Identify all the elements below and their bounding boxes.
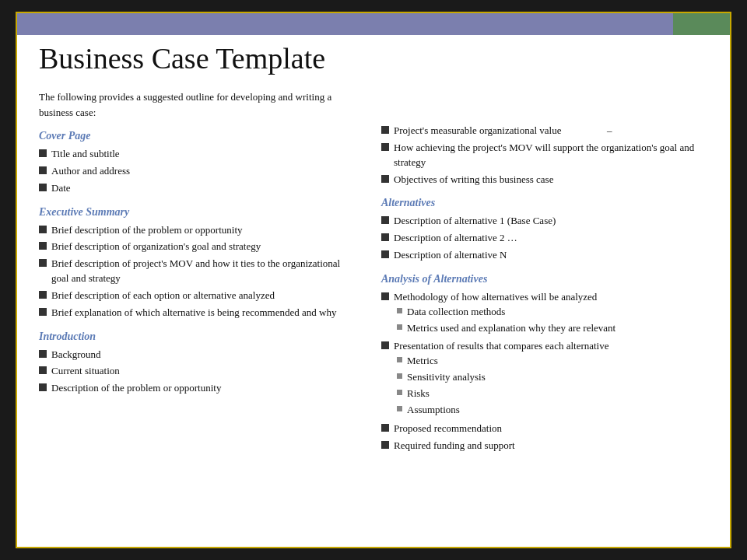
section-title-cover-page: Cover Page — [39, 128, 358, 144]
section-title-introduction: Introduction — [39, 328, 358, 345]
bullet-icon — [39, 242, 47, 250]
item-text: Brief description of project's MOV and h… — [51, 257, 358, 286]
list-item: Required funding and support — [381, 439, 708, 453]
list-item: Proposed recommendation — [381, 422, 708, 436]
bullet-icon — [381, 250, 389, 258]
section-title-executive-summary: Executive Summary — [39, 204, 358, 220]
sub-list-item: Metrics used and explanation why they ar… — [397, 321, 615, 336]
item-text: Description of the problem or opportunit… — [51, 381, 221, 396]
intro-text: The following provides a suggested outli… — [39, 89, 358, 120]
item-text: Objectives of writing this business case — [394, 173, 553, 187]
left-column: The following provides a suggested outli… — [39, 89, 374, 455]
list-item: Author and address — [39, 164, 358, 179]
bullet-icon — [381, 424, 389, 432]
bullet-icon — [381, 341, 389, 349]
slide-content: Business Case Template The following pro… — [17, 13, 730, 547]
bullet-icon — [39, 226, 47, 233]
sub-list-item: Assumptions — [397, 403, 486, 418]
section-cover-page: Cover Page Title and subtitle Author and… — [39, 128, 358, 196]
item-text: Brief explanation of which alternative i… — [51, 306, 336, 320]
introduction-list: Background Current situation Description… — [39, 348, 358, 397]
bullet-icon — [381, 216, 389, 224]
sub-list-item: Metrics — [397, 354, 486, 369]
small-bullet-icon — [397, 390, 402, 395]
bullet-icon — [39, 166, 47, 174]
list-item: Brief description of project's MOV and h… — [39, 257, 358, 286]
item-text: Proposed recommendation — [394, 422, 502, 436]
small-bullet-icon — [397, 357, 402, 362]
item-text: Background — [51, 348, 101, 362]
bullet-icon — [39, 383, 47, 391]
sub-list-item: Sensitivity analysis — [397, 370, 486, 385]
section-analysis-alternatives: Analysis of Alternatives Methodology of … — [381, 271, 708, 419]
sub-list-item: Risks — [397, 387, 486, 401]
two-column-layout: The following provides a suggested outli… — [39, 89, 708, 455]
list-item: Title and subtitle — [39, 147, 358, 162]
bullet-icon — [39, 259, 47, 267]
bullet-icon — [39, 291, 47, 299]
analysis-alternatives-list: Methodology of how alternatives will be … — [381, 290, 708, 419]
small-bullet-icon — [397, 406, 402, 411]
list-item: Methodology of how alternatives will be … — [381, 290, 708, 338]
section-introduction: Introduction Background Current situatio… — [39, 328, 358, 397]
list-item: Current situation — [39, 364, 358, 379]
list-item: Objectives of writing this business case — [381, 173, 708, 187]
list-item: Project's measurable organizational valu… — [381, 124, 708, 138]
list-item: Presentation of results that compares ea… — [381, 339, 708, 418]
small-bullet-icon — [397, 324, 402, 330]
bullet-icon — [381, 175, 389, 183]
item-text: Description of alternative N — [394, 248, 507, 263]
list-item: Background — [39, 348, 358, 362]
executive-summary-list: Brief description of the problem or oppo… — [39, 223, 358, 320]
item-text: Current situation — [51, 364, 120, 379]
list-item: Date — [39, 181, 358, 196]
item-text: Description of alternative 1 (Base Case) — [394, 214, 556, 229]
bullet-icon — [39, 350, 47, 358]
bullet-icon — [381, 233, 389, 241]
list-item: Brief explanation of which alternative i… — [39, 306, 358, 320]
section-final-items: Proposed recommendation Required funding… — [381, 422, 708, 453]
list-item: Description of alternative 1 (Base Case) — [381, 214, 708, 229]
item-text: Metrics — [407, 354, 438, 369]
item-text: Title and subtitle — [51, 147, 120, 162]
list-item: How achieving the project's MOV will sup… — [381, 141, 708, 170]
header-bar — [17, 13, 730, 35]
item-text: Brief description of each option or alte… — [51, 289, 275, 303]
bullet-icon — [39, 184, 47, 191]
right-column: Project's measurable organizational valu… — [374, 89, 708, 455]
item-text: Risks — [407, 387, 430, 401]
bullet-icon — [381, 292, 389, 300]
alternatives-list: Description of alternative 1 (Base Case)… — [381, 214, 708, 263]
bullet-icon — [381, 143, 389, 151]
item-text: Brief description of the problem or oppo… — [51, 223, 243, 238]
bullet-icon — [381, 441, 389, 449]
item-text: Methodology of how alternatives will be … — [394, 290, 597, 305]
list-item: Brief description of each option or alte… — [39, 289, 358, 303]
list-item: Description of alternative 2 … — [381, 231, 708, 246]
list-item: Brief description of organization's goal… — [39, 240, 358, 254]
item-text: Assumptions — [407, 403, 460, 418]
list-item: Description of alternative N — [381, 248, 708, 263]
top-items-list: Project's measurable organizational valu… — [381, 124, 708, 187]
bullet-icon — [381, 126, 389, 134]
results-sub-list: Metrics Sensitivity analysis Risks Assum… — [381, 354, 486, 418]
list-item: Brief description of the problem or oppo… — [39, 223, 358, 238]
section-alternatives: Alternatives Description of alternative … — [381, 194, 708, 263]
item-text: Author and address — [51, 164, 130, 179]
final-items-list: Proposed recommendation Required funding… — [381, 422, 708, 453]
methodology-sub-list: Data collection methods Metrics used and… — [381, 305, 615, 338]
bullet-icon — [39, 308, 47, 316]
slide-title: Business Case Template — [39, 41, 708, 75]
section-executive-summary: Executive Summary Brief description of t… — [39, 204, 358, 320]
sub-list-item: Data collection methods — [397, 305, 615, 320]
small-bullet-icon — [397, 373, 402, 379]
item-text: Required funding and support — [394, 439, 515, 453]
item-text: Date — [51, 181, 71, 196]
item-text: Project's measurable organizational valu… — [394, 124, 612, 138]
item-text: Data collection methods — [407, 305, 505, 320]
item-text: Description of alternative 2 … — [394, 231, 517, 246]
section-title-alternatives: Alternatives — [381, 194, 708, 211]
section-title-analysis-alternatives: Analysis of Alternatives — [381, 271, 708, 287]
slide: Business Case Template The following pro… — [16, 12, 731, 548]
bullet-icon — [39, 149, 47, 157]
